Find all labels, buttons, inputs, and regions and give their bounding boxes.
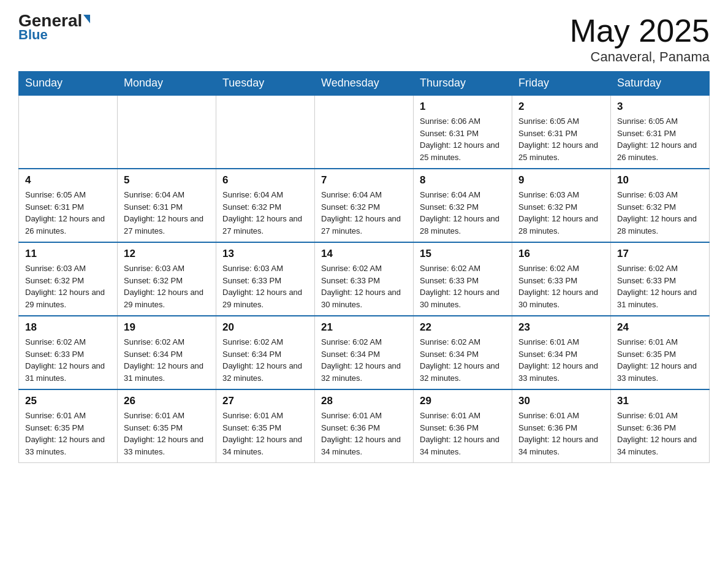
calendar-day-cell: 18Sunrise: 6:02 AMSunset: 6:33 PMDayligh… xyxy=(19,316,118,389)
day-sun-info: Sunrise: 6:05 AMSunset: 6:31 PMDaylight:… xyxy=(25,189,111,237)
day-number: 22 xyxy=(420,321,506,334)
weekday-header-saturday: Saturday xyxy=(611,72,710,96)
day-number: 4 xyxy=(25,174,111,186)
month-year-title: May 2025 xyxy=(570,12,710,49)
day-sun-info: Sunrise: 6:03 AMSunset: 6:33 PMDaylight:… xyxy=(222,262,308,310)
day-sun-info: Sunrise: 6:02 AMSunset: 6:34 PMDaylight:… xyxy=(124,336,210,384)
day-sun-info: Sunrise: 6:01 AMSunset: 6:36 PMDaylight:… xyxy=(617,410,703,458)
calendar-day-cell: 20Sunrise: 6:02 AMSunset: 6:34 PMDayligh… xyxy=(216,316,315,389)
calendar-day-cell xyxy=(216,95,315,169)
weekday-header-monday: Monday xyxy=(118,72,216,96)
calendar-day-cell: 16Sunrise: 6:02 AMSunset: 6:33 PMDayligh… xyxy=(512,242,611,316)
day-number: 14 xyxy=(321,248,407,260)
calendar-day-cell xyxy=(19,95,118,169)
day-number: 26 xyxy=(124,395,210,407)
calendar-day-cell: 8Sunrise: 6:04 AMSunset: 6:32 PMDaylight… xyxy=(414,169,512,242)
calendar-day-cell xyxy=(315,95,414,169)
calendar-day-cell: 6Sunrise: 6:04 AMSunset: 6:32 PMDaylight… xyxy=(216,169,315,242)
title-area: May 2025 Canaveral, Panama xyxy=(570,12,710,65)
calendar-day-cell xyxy=(118,95,216,169)
day-sun-info: Sunrise: 6:03 AMSunset: 6:32 PMDaylight:… xyxy=(124,262,210,310)
day-sun-info: Sunrise: 6:01 AMSunset: 6:35 PMDaylight:… xyxy=(617,336,703,384)
day-sun-info: Sunrise: 6:04 AMSunset: 6:32 PMDaylight:… xyxy=(321,189,407,237)
day-number: 29 xyxy=(420,395,506,407)
day-sun-info: Sunrise: 6:02 AMSunset: 6:33 PMDaylight:… xyxy=(321,262,407,310)
day-sun-info: Sunrise: 6:03 AMSunset: 6:32 PMDaylight:… xyxy=(518,189,604,237)
day-sun-info: Sunrise: 6:01 AMSunset: 6:36 PMDaylight:… xyxy=(420,410,506,458)
day-sun-info: Sunrise: 6:01 AMSunset: 6:34 PMDaylight:… xyxy=(518,336,604,384)
calendar-day-cell: 14Sunrise: 6:02 AMSunset: 6:33 PMDayligh… xyxy=(315,242,414,316)
calendar-day-cell: 23Sunrise: 6:01 AMSunset: 6:34 PMDayligh… xyxy=(512,316,611,389)
calendar-week-row: 4Sunrise: 6:05 AMSunset: 6:31 PMDaylight… xyxy=(19,169,710,242)
day-number: 8 xyxy=(420,174,506,186)
day-number: 31 xyxy=(617,395,703,407)
day-sun-info: Sunrise: 6:02 AMSunset: 6:33 PMDaylight:… xyxy=(617,262,703,310)
day-sun-info: Sunrise: 6:02 AMSunset: 6:34 PMDaylight:… xyxy=(321,336,407,384)
calendar-day-cell: 31Sunrise: 6:01 AMSunset: 6:36 PMDayligh… xyxy=(611,389,710,463)
day-number: 6 xyxy=(222,174,308,186)
day-sun-info: Sunrise: 6:03 AMSunset: 6:32 PMDaylight:… xyxy=(25,262,111,310)
calendar-day-cell: 22Sunrise: 6:02 AMSunset: 6:34 PMDayligh… xyxy=(414,316,512,389)
calendar-day-cell: 30Sunrise: 6:01 AMSunset: 6:36 PMDayligh… xyxy=(512,389,611,463)
calendar-day-cell: 2Sunrise: 6:05 AMSunset: 6:31 PMDaylight… xyxy=(512,95,611,169)
day-number: 9 xyxy=(518,174,604,186)
day-sun-info: Sunrise: 6:06 AMSunset: 6:31 PMDaylight:… xyxy=(420,115,506,163)
day-sun-info: Sunrise: 6:04 AMSunset: 6:32 PMDaylight:… xyxy=(420,189,506,237)
day-sun-info: Sunrise: 6:02 AMSunset: 6:33 PMDaylight:… xyxy=(420,262,506,310)
day-sun-info: Sunrise: 6:03 AMSunset: 6:32 PMDaylight:… xyxy=(617,189,703,237)
day-sun-info: Sunrise: 6:01 AMSunset: 6:36 PMDaylight:… xyxy=(518,410,604,458)
day-sun-info: Sunrise: 6:04 AMSunset: 6:31 PMDaylight:… xyxy=(124,189,210,237)
day-number: 11 xyxy=(25,248,111,260)
day-number: 2 xyxy=(518,101,604,113)
day-number: 24 xyxy=(617,321,703,334)
day-sun-info: Sunrise: 6:04 AMSunset: 6:32 PMDaylight:… xyxy=(222,189,308,237)
weekday-header-friday: Friday xyxy=(512,72,611,96)
calendar-day-cell: 9Sunrise: 6:03 AMSunset: 6:32 PMDaylight… xyxy=(512,169,611,242)
day-number: 19 xyxy=(124,321,210,334)
day-sun-info: Sunrise: 6:02 AMSunset: 6:33 PMDaylight:… xyxy=(518,262,604,310)
calendar-day-cell: 12Sunrise: 6:03 AMSunset: 6:32 PMDayligh… xyxy=(118,242,216,316)
day-number: 20 xyxy=(222,321,308,334)
calendar-week-row: 1Sunrise: 6:06 AMSunset: 6:31 PMDaylight… xyxy=(19,95,710,169)
calendar-day-cell: 25Sunrise: 6:01 AMSunset: 6:35 PMDayligh… xyxy=(19,389,118,463)
page-header: General Blue May 2025 Canaveral, Panama xyxy=(18,12,710,65)
calendar-day-cell: 28Sunrise: 6:01 AMSunset: 6:36 PMDayligh… xyxy=(315,389,414,463)
day-number: 16 xyxy=(518,248,604,260)
day-number: 21 xyxy=(321,321,407,334)
calendar-week-row: 18Sunrise: 6:02 AMSunset: 6:33 PMDayligh… xyxy=(19,316,710,389)
day-number: 15 xyxy=(420,248,506,260)
calendar-table: SundayMondayTuesdayWednesdayThursdayFrid… xyxy=(18,71,710,463)
day-number: 7 xyxy=(321,174,407,186)
weekday-header-wednesday: Wednesday xyxy=(315,72,414,96)
logo: General Blue xyxy=(18,12,90,43)
calendar-week-row: 11Sunrise: 6:03 AMSunset: 6:32 PMDayligh… xyxy=(19,242,710,316)
weekday-header-row: SundayMondayTuesdayWednesdayThursdayFrid… xyxy=(19,72,710,96)
calendar-day-cell: 15Sunrise: 6:02 AMSunset: 6:33 PMDayligh… xyxy=(414,242,512,316)
calendar-week-row: 25Sunrise: 6:01 AMSunset: 6:35 PMDayligh… xyxy=(19,389,710,463)
calendar-day-cell: 3Sunrise: 6:05 AMSunset: 6:31 PMDaylight… xyxy=(611,95,710,169)
calendar-day-cell: 19Sunrise: 6:02 AMSunset: 6:34 PMDayligh… xyxy=(118,316,216,389)
calendar-day-cell: 29Sunrise: 6:01 AMSunset: 6:36 PMDayligh… xyxy=(414,389,512,463)
location-subtitle: Canaveral, Panama xyxy=(570,49,710,65)
calendar-day-cell: 10Sunrise: 6:03 AMSunset: 6:32 PMDayligh… xyxy=(611,169,710,242)
day-number: 17 xyxy=(617,248,703,260)
day-number: 3 xyxy=(617,101,703,113)
calendar-day-cell: 24Sunrise: 6:01 AMSunset: 6:35 PMDayligh… xyxy=(611,316,710,389)
day-number: 10 xyxy=(617,174,703,186)
calendar-day-cell: 26Sunrise: 6:01 AMSunset: 6:35 PMDayligh… xyxy=(118,389,216,463)
calendar-day-cell: 27Sunrise: 6:01 AMSunset: 6:35 PMDayligh… xyxy=(216,389,315,463)
day-sun-info: Sunrise: 6:02 AMSunset: 6:33 PMDaylight:… xyxy=(25,336,111,384)
day-sun-info: Sunrise: 6:05 AMSunset: 6:31 PMDaylight:… xyxy=(617,115,703,163)
calendar-day-cell: 1Sunrise: 6:06 AMSunset: 6:31 PMDaylight… xyxy=(414,95,512,169)
day-sun-info: Sunrise: 6:01 AMSunset: 6:35 PMDaylight:… xyxy=(124,410,210,458)
day-number: 23 xyxy=(518,321,604,334)
day-number: 25 xyxy=(25,395,111,407)
weekday-header-thursday: Thursday xyxy=(414,72,512,96)
day-sun-info: Sunrise: 6:01 AMSunset: 6:35 PMDaylight:… xyxy=(25,410,111,458)
day-number: 1 xyxy=(420,101,506,113)
day-number: 13 xyxy=(222,248,308,260)
day-number: 28 xyxy=(321,395,407,407)
calendar-day-cell: 5Sunrise: 6:04 AMSunset: 6:31 PMDaylight… xyxy=(118,169,216,242)
day-number: 30 xyxy=(518,395,604,407)
logo-blue: Blue xyxy=(18,27,48,43)
